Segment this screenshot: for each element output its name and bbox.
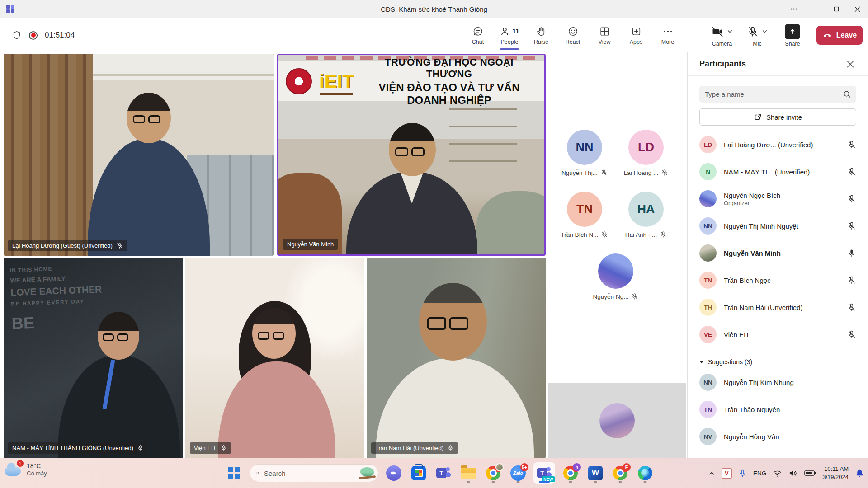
participant-name: Viện EIT	[724, 331, 840, 338]
tray-mic-icon[interactable]	[738, 469, 747, 478]
language-indicator[interactable]: ENG	[753, 470, 766, 477]
participant-row[interactable]: TH Trần Nam Hải (Unverified)	[699, 294, 856, 321]
camera-chevron-down-icon[interactable]	[727, 28, 733, 34]
apps-button[interactable]: Apps	[620, 18, 652, 52]
participant-row[interactable]: NN Nguyễn Thị Minh Nguyệt	[699, 212, 856, 239]
audio-participant-tile[interactable]: HA Hai Anh - ...	[612, 192, 680, 238]
minimize-button[interactable]	[804, 0, 826, 18]
avatar: HA	[628, 192, 664, 227]
taskbar-file-explorer[interactable]	[459, 462, 478, 484]
word-icon: W	[588, 466, 603, 480]
participant-search-input[interactable]	[705, 90, 840, 98]
suggestion-row[interactable]: NN Nguyễn Thị Kim Nhung	[699, 369, 856, 396]
participant-row[interactable]: VE Viện EIT	[699, 321, 856, 348]
ftu-logo-icon	[286, 68, 312, 94]
mic-button[interactable]: Mic	[740, 24, 775, 47]
participant-search[interactable]	[699, 86, 856, 103]
volume-icon[interactable]	[788, 469, 798, 478]
mic-chevron-down-icon[interactable]	[762, 28, 768, 34]
avatar: TN	[567, 192, 602, 227]
maximize-button[interactable]	[826, 0, 847, 18]
participant-row[interactable]: N NAM - MÁY TÍ... (Unverified)	[699, 158, 856, 185]
battery-icon[interactable]	[804, 470, 816, 476]
raise-hand-button[interactable]: Raise	[525, 18, 557, 52]
participant-name: Nguyễn Văn Minh	[724, 249, 840, 257]
weather-widget[interactable]: 1 18°C Có mây	[5, 462, 47, 477]
ultraviewer-tray-icon[interactable]: V	[722, 468, 732, 479]
taskbar-chrome-profile3[interactable]: F	[611, 462, 630, 484]
participant-name: Nguyễn Thị Minh Nguyệt	[724, 222, 840, 230]
taskbar-chrome-profile2[interactable]: h	[561, 462, 580, 484]
participant-row[interactable]: TN Trần Bích Ngọc	[699, 267, 856, 294]
taskbar-teams-classic[interactable]: T	[434, 462, 453, 484]
weather-temp: 18°C	[27, 462, 47, 469]
avatar: TH	[699, 299, 717, 316]
video-tile[interactable]: Trần Nam Hải (Unverified)	[367, 258, 546, 458]
audio-participant-tile[interactable]: NN Nguyễn Thị...	[550, 130, 619, 176]
taskbar-search[interactable]	[250, 464, 378, 482]
camera-button[interactable]: Camera	[704, 24, 740, 47]
participant-name-label: Trần Bích N...	[550, 231, 619, 238]
taskbar-apps: T Zalo 5+ T NEW h	[225, 458, 655, 488]
participant-row[interactable]: LD Lại Hoàng Dươ... (Unverified)	[699, 131, 856, 158]
window-title: CĐS. Khám sức khoẻ Thánh Gióng	[136, 5, 732, 13]
participant-row[interactable]: Nguyễn Văn Minh	[699, 239, 856, 267]
close-panel-icon[interactable]	[844, 58, 856, 70]
participant-row[interactable]: Nguyễn Ngọc Bích Organizer	[699, 185, 856, 212]
participant-name-label: NAM - MÁY TÍNH THÁNH GIÓNG (Unverified)	[8, 442, 148, 454]
clock[interactable]: 10:11 AM 3/19/2024	[822, 465, 849, 481]
react-button[interactable]: React	[557, 18, 589, 52]
close-button[interactable]	[847, 0, 868, 18]
taskbar-zalo[interactable]: Zalo 5+	[509, 462, 528, 484]
chat-button[interactable]: Chat	[462, 18, 494, 52]
banner-line-2: VIỆN ĐÀO TẠO VÀ TƯ VẤN DOANH NGHIỆP	[361, 81, 537, 107]
more-button[interactable]: More	[652, 18, 684, 52]
avatar-photo	[699, 190, 717, 207]
video-tile[interactable]: Lại Hoàng Dương (Guest) (Unverified)	[4, 54, 274, 256]
share-icon	[785, 24, 800, 39]
people-button[interactable]: 11 People	[494, 18, 525, 52]
start-button[interactable]	[225, 462, 244, 484]
participant-name: Nguyễn Ngọc Bích	[724, 192, 840, 199]
video-stage: Lại Hoàng Dương (Guest) (Unverified) iEI…	[0, 52, 687, 458]
taskbar-chrome-profile1[interactable]	[484, 462, 503, 484]
audio-participant-tile[interactable]: LD Lai Hoang ...	[612, 130, 680, 176]
suggestion-row[interactable]: TN Trần Thảo Nguyên	[699, 396, 856, 423]
mic-off-icon	[747, 26, 759, 38]
audio-participant-tile[interactable]: Nguyễn Ng...	[581, 253, 650, 300]
mic-muted-icon	[847, 221, 856, 230]
chat-video-icon	[386, 465, 401, 481]
share-button[interactable]: Share	[775, 24, 810, 47]
wifi-icon[interactable]	[773, 469, 782, 478]
participant-name: Lại Hoàng Dươ... (Unverified)	[724, 141, 840, 149]
avatar-photo	[598, 253, 633, 289]
audio-participant-tile[interactable]: TN Trần Bích N...	[550, 192, 619, 238]
taskbar-word[interactable]: W	[586, 462, 605, 484]
video-tile-active-speaker[interactable]: iEIT TRƯỜNG ĐẠI HỌC NGOẠI THƯƠNG VIỆN ĐÀ…	[277, 54, 546, 256]
chat-icon	[472, 25, 484, 37]
leave-button[interactable]: Leave	[816, 26, 863, 45]
suggestions-header[interactable]: Suggestions (3)	[699, 355, 856, 369]
tray-chevron-up-icon[interactable]	[708, 470, 715, 477]
video-tile[interactable]: Viện EIT	[185, 258, 364, 458]
suggestion-row[interactable]: NV Nguyễn Hồng Vân	[699, 423, 856, 450]
teams-app-icon	[6, 5, 14, 13]
self-avatar-photo	[599, 403, 635, 438]
react-smiley-icon	[567, 25, 579, 37]
taskbar-store[interactable]	[409, 462, 428, 484]
self-preview-tile[interactable]	[548, 383, 686, 458]
participant-name-label: Lại Hoàng Dương (Guest) (Unverified)	[8, 240, 127, 251]
window-more-icon[interactable]	[783, 0, 804, 18]
window-controls	[783, 0, 868, 18]
notification-bell-icon[interactable]	[855, 469, 864, 478]
taskbar-search-input[interactable]	[264, 469, 354, 477]
share-invite-button[interactable]: Share invite	[699, 108, 856, 126]
view-button[interactable]: View	[589, 18, 620, 52]
shield-icon	[12, 30, 22, 41]
participant-name-label: Nguyễn Thị...	[550, 169, 619, 176]
taskbar-teams-new-active[interactable]: T NEW	[533, 462, 555, 484]
panel-title: Participants	[699, 59, 746, 69]
taskbar-teams-chat[interactable]	[384, 462, 403, 484]
video-tile[interactable]: IN THIS HOME WE ARE A FAMILY LOVE EACH O…	[4, 258, 183, 458]
taskbar-edge[interactable]	[636, 462, 655, 484]
